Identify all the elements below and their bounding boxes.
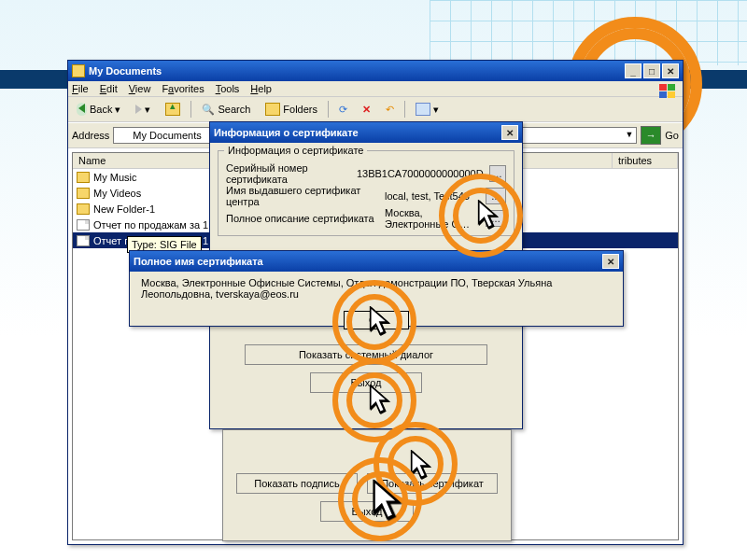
close-button[interactable]: ✕: [662, 63, 679, 78]
tooltip-text: Type: SIG File: [132, 239, 197, 250]
sync-button[interactable]: ⟳: [334, 101, 352, 119]
dropdown-icon[interactable]: ▼: [625, 130, 633, 139]
back-button[interactable]: Back ▾: [72, 100, 125, 119]
cancel-icon: ✕: [362, 104, 371, 116]
cert-info-titlebar[interactable]: Информация о сертификате ✕: [210, 122, 522, 143]
explorer-menubar: File Edit View Favorites Tools Help: [68, 81, 683, 97]
svg-rect-0: [659, 84, 667, 91]
group-legend: Информация о сертификате: [224, 145, 367, 156]
folder-up-icon: ▴: [165, 103, 180, 116]
forward-button[interactable]: ▾: [131, 101, 155, 119]
list-item-label: New Folder-1: [93, 203, 155, 215]
arrow-left-icon: [78, 104, 85, 113]
folder-icon: [77, 203, 90, 215]
go-label: Go: [665, 130, 679, 141]
menu-edit[interactable]: Edit: [100, 83, 118, 94]
cert-groupbox: Информация о сертификате Серийный номер …: [218, 150, 514, 236]
views-icon: [416, 103, 430, 116]
explorer-titlebar[interactable]: My Documents _ □ ✕: [68, 61, 683, 81]
fulldesc-value: Москва, Электронные О…: [385, 207, 480, 230]
menu-view[interactable]: View: [129, 83, 151, 94]
signature-panel: Показать подпись Показать сертификат Вых…: [222, 429, 512, 541]
button-label: Показать сертификат: [381, 478, 484, 489]
show-signature-button[interactable]: Показать подпись: [236, 473, 358, 494]
undo-button[interactable]: ↶: [381, 101, 399, 119]
undo-icon: ↶: [386, 104, 394, 116]
exit-button[interactable]: Выход: [310, 372, 422, 393]
document-icon: [77, 235, 90, 246]
menu-tools[interactable]: Tools: [216, 83, 240, 94]
button-label: OK: [369, 315, 384, 326]
issuer-label: Имя выдавшего сертификат центра: [226, 185, 379, 207]
svg-rect-3: [668, 91, 675, 98]
menu-file[interactable]: File: [72, 83, 89, 94]
svg-rect-2: [659, 91, 667, 98]
sync-icon: ⟳: [339, 104, 347, 116]
fulldesc-label: Полное описание сертификата: [226, 213, 379, 224]
serial-label: Серийный номер сертификата: [226, 162, 351, 185]
document-icon: [77, 219, 90, 231]
folder-icon: [72, 64, 85, 77]
maximize-button[interactable]: □: [643, 63, 660, 78]
show-certificate-button[interactable]: Показать сертификат: [367, 473, 498, 494]
dialog-title: Полное имя сертификата: [134, 256, 263, 267]
serial-value: 13BB1CA7000000000000D: [357, 168, 484, 179]
search-button[interactable]: 🔍Search: [197, 101, 255, 119]
button-label: Выход: [351, 377, 382, 388]
minimize-button[interactable]: _: [625, 63, 641, 78]
search-icon: 🔍: [202, 104, 215, 116]
button-label: Показать подпись: [254, 478, 339, 489]
cert-fullname-dialog: Полное имя сертификата ✕ Москва, Электро…: [129, 250, 624, 327]
column-attributes[interactable]: tributes: [613, 153, 678, 168]
more-fulldesc-button[interactable]: …: [486, 210, 506, 227]
ok-button[interactable]: OK: [344, 311, 409, 329]
dialog-title: Информация о сертификате: [214, 127, 359, 138]
explorer-title: My Documents: [89, 65, 162, 77]
show-system-dialog-button[interactable]: Показать системный диалог: [245, 344, 487, 365]
menu-favorites[interactable]: Favorites: [162, 83, 204, 94]
explorer-toolbar: Back ▾ ▾ ▴ 🔍Search Folders ⟳ ✕ ↶ ▾: [68, 97, 683, 122]
issuer-value: local, test, Test543: [385, 190, 480, 202]
more-serial-button[interactable]: …: [489, 165, 506, 182]
views-button[interactable]: ▾: [411, 100, 444, 119]
button-label: Показать системный диалог: [299, 349, 433, 360]
folder-icon: [116, 130, 127, 139]
folder-icon: [77, 188, 90, 199]
folder-icon: [77, 172, 90, 183]
menu-help[interactable]: Help: [250, 83, 272, 94]
go-button[interactable]: →: [641, 126, 661, 145]
cert-fullname-text: Москва, Электронные Офисные Системы, Отд…: [130, 272, 623, 300]
exit2-button[interactable]: Выход: [320, 501, 414, 522]
list-item-label: My Music: [93, 172, 136, 183]
cancel-button[interactable]: ✕: [358, 101, 375, 119]
folders-icon: [265, 103, 280, 116]
windows-logo-icon: [658, 83, 677, 100]
address-label: Address: [72, 130, 109, 141]
close-button[interactable]: ✕: [501, 125, 518, 140]
arrow-right-icon: [135, 105, 142, 114]
cert-fullname-titlebar[interactable]: Полное имя сертификата ✕: [130, 251, 623, 272]
folders-button[interactable]: Folders: [261, 100, 322, 119]
svg-rect-1: [668, 84, 675, 91]
button-label: Выход: [352, 506, 383, 517]
more-issuer-button[interactable]: …: [486, 188, 506, 204]
list-item-label: My Videos: [93, 188, 141, 199]
up-button[interactable]: ▴: [161, 100, 185, 119]
close-button[interactable]: ✕: [602, 254, 619, 269]
